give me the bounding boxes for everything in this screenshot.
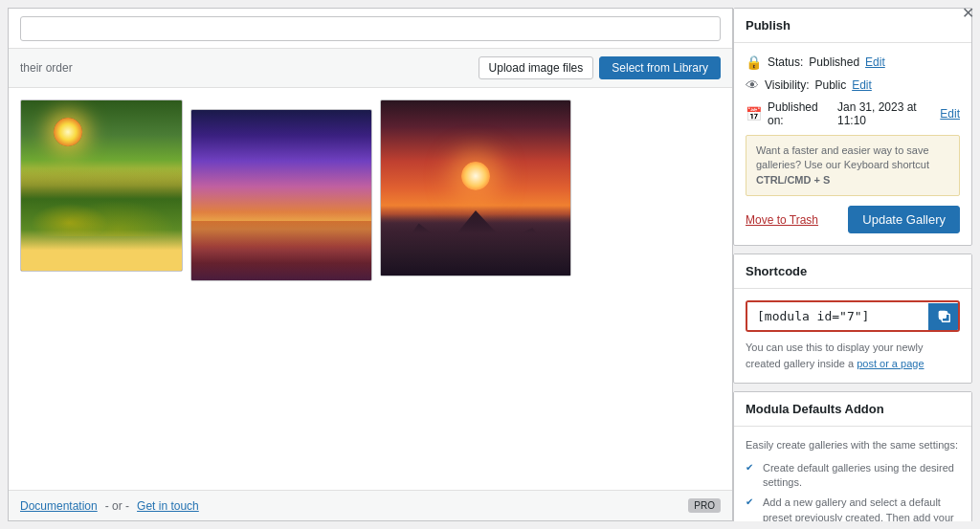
keyboard-shortcut-hint: Want a faster and easier way to save gal… bbox=[746, 135, 960, 196]
addon-features-list: Create default galleries using the desir… bbox=[746, 461, 960, 521]
modula-defaults-box: Modula Defaults Addon Easily create gall… bbox=[733, 391, 972, 521]
shortcode-box: Shortcode bbox=[733, 253, 972, 384]
copy-icon bbox=[938, 310, 951, 323]
publish-box-content: 🔒 Status: Published Edit 👁 Visibility: P… bbox=[734, 43, 971, 245]
footer-bar: Documentation - or - Get in touch PRO bbox=[9, 490, 732, 520]
gallery-grid bbox=[9, 88, 732, 490]
eye-icon: 👁 bbox=[746, 77, 759, 93]
toolbar-actions: Upload image files Select from Library bbox=[479, 56, 721, 79]
sidebar: Publish 🔒 Status: Published Edit 👁 Visib… bbox=[733, 8, 972, 521]
shortcode-input-wrap bbox=[746, 300, 960, 332]
gallery-item[interactable] bbox=[20, 99, 183, 272]
upload-files-button[interactable]: Upload image files bbox=[479, 56, 594, 79]
select-from-library-button[interactable]: Select from Library bbox=[599, 56, 721, 79]
gallery-title-input[interactable] bbox=[20, 16, 721, 41]
modula-defaults-content: Easily create galleries with the same se… bbox=[734, 427, 971, 521]
shortcode-input[interactable] bbox=[747, 302, 928, 330]
shortcut-keys: CTRL/CMD + S bbox=[756, 174, 830, 186]
lock-icon: 🔒 bbox=[746, 55, 762, 70]
svg-marker-0 bbox=[381, 209, 570, 276]
status-label: Status: bbox=[768, 55, 803, 69]
update-gallery-button[interactable]: Update Gallery bbox=[848, 206, 960, 233]
modula-defaults-header: Modula Defaults Addon bbox=[734, 392, 971, 427]
post-or-page-link[interactable]: post or a page bbox=[857, 358, 924, 369]
addon-intro: Easily create galleries with the same se… bbox=[746, 438, 960, 452]
get-in-touch-link[interactable]: Get in touch bbox=[137, 499, 199, 513]
published-edit-link[interactable]: Edit bbox=[940, 107, 960, 121]
close-icon[interactable]: ✕ bbox=[962, 4, 974, 22]
publish-status-row: 🔒 Status: Published Edit bbox=[746, 55, 960, 70]
published-date: Jan 31, 2023 at 11:10 bbox=[837, 100, 925, 127]
gallery-item[interactable] bbox=[190, 109, 372, 281]
title-bar bbox=[9, 9, 732, 49]
status-value: Published bbox=[809, 55, 859, 69]
shortcode-box-header: Shortcode bbox=[734, 254, 971, 289]
gallery-item[interactable] bbox=[380, 99, 571, 276]
status-edit-link[interactable]: Edit bbox=[865, 55, 885, 69]
addon-feature-item: Create default galleries using the desir… bbox=[746, 461, 960, 491]
published-label: Published on: bbox=[768, 100, 823, 127]
gallery-image-mountain bbox=[381, 100, 570, 276]
copy-shortcode-button[interactable] bbox=[928, 303, 960, 330]
visibility-value: Public bbox=[814, 78, 846, 92]
publish-box-header: Publish bbox=[734, 9, 971, 43]
toolbar-instruction-label: their order bbox=[20, 61, 73, 75]
footer-separator: - or - bbox=[105, 499, 129, 513]
calendar-icon: 📅 bbox=[746, 106, 762, 121]
visibility-label: Visibility: bbox=[765, 78, 809, 92]
gallery-image-sunset bbox=[191, 110, 371, 280]
move-to-trash-button[interactable]: Move to Trash bbox=[746, 213, 818, 227]
publish-actions: Move to Trash Update Gallery bbox=[746, 206, 960, 233]
published-on-row: 📅 Published on: Jan 31, 2023 at 11:10 Ed… bbox=[746, 100, 960, 127]
shortcode-box-content: You can use this to display your newly c… bbox=[734, 289, 971, 383]
visibility-edit-link[interactable]: Edit bbox=[852, 78, 872, 92]
addon-feature-item: Add a new gallery and select a default p… bbox=[746, 496, 960, 521]
publish-box: Publish 🔒 Status: Published Edit 👁 Visib… bbox=[733, 8, 972, 246]
documentation-link[interactable]: Documentation bbox=[20, 499, 98, 513]
publish-visibility-row: 👁 Visibility: Public Edit bbox=[746, 77, 960, 93]
shortcode-help-text: You can use this to display your newly c… bbox=[746, 340, 960, 371]
pro-badge: PRO bbox=[688, 498, 721, 513]
main-content-area: their order Upload image files Select fr… bbox=[8, 8, 733, 521]
gallery-toolbar: their order Upload image files Select fr… bbox=[9, 49, 732, 88]
gallery-image-flowers bbox=[21, 100, 182, 271]
